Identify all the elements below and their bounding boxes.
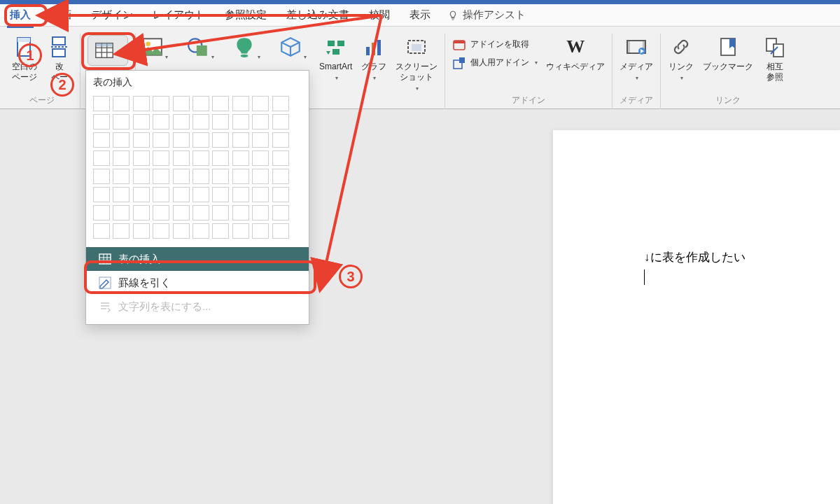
grid-cell[interactable] xyxy=(133,187,150,202)
grid-cell[interactable] xyxy=(133,150,150,166)
page-break-button[interactable]: 改 ペー xyxy=(45,34,74,83)
tell-me-assist[interactable]: 操作アシスト xyxy=(447,8,526,22)
grid-cell[interactable] xyxy=(212,132,229,148)
grid-cell[interactable] xyxy=(232,96,249,111)
grid-cell[interactable] xyxy=(153,169,169,184)
grid-cell[interactable] xyxy=(133,223,150,239)
grid-cell[interactable] xyxy=(173,114,190,130)
crossref-button[interactable]: 相互 参照 xyxy=(760,34,790,83)
grid-cell[interactable] xyxy=(272,223,289,239)
grid-cell[interactable] xyxy=(173,169,190,184)
grid-cell[interactable] xyxy=(232,187,249,202)
grid-cell[interactable] xyxy=(153,114,169,130)
wikipedia-button[interactable]: W ウィキペディア xyxy=(545,34,606,72)
grid-cell[interactable] xyxy=(252,169,269,184)
grid-cell[interactable] xyxy=(133,132,150,148)
grid-cell[interactable] xyxy=(212,205,229,220)
grid-cell[interactable] xyxy=(93,223,110,239)
grid-cell[interactable] xyxy=(173,96,190,111)
grid-cell[interactable] xyxy=(192,114,209,130)
menu-draw-table[interactable]: 罫線を引く xyxy=(93,271,302,295)
grid-cell[interactable] xyxy=(212,187,229,202)
grid-cell[interactable] xyxy=(232,114,249,130)
insert-table-button[interactable]: ▾ xyxy=(86,34,130,66)
grid-cell[interactable] xyxy=(272,187,289,202)
tab-review[interactable]: 校閲 xyxy=(366,6,393,24)
grid-cell[interactable] xyxy=(272,132,289,148)
grid-cell[interactable] xyxy=(272,169,289,184)
grid-cell[interactable] xyxy=(232,150,249,166)
grid-cell[interactable] xyxy=(133,114,150,130)
grid-cell[interactable] xyxy=(153,205,169,220)
grid-cell[interactable] xyxy=(113,150,130,166)
screenshot-button[interactable]: スクリーン ショット ▾ xyxy=(394,34,439,92)
grid-cell[interactable] xyxy=(252,205,269,220)
grid-cell[interactable] xyxy=(252,114,269,130)
grid-cell[interactable] xyxy=(272,96,289,111)
grid-cell[interactable] xyxy=(173,150,190,166)
tab-view[interactable]: 表示 xyxy=(407,6,433,24)
grid-cell[interactable] xyxy=(212,169,229,184)
grid-cell[interactable] xyxy=(173,223,190,239)
grid-cell[interactable] xyxy=(232,205,249,220)
grid-cell[interactable] xyxy=(113,205,130,220)
grid-cell[interactable] xyxy=(113,114,130,130)
grid-cell[interactable] xyxy=(153,187,169,202)
grid-cell[interactable] xyxy=(93,114,110,130)
blank-page-button[interactable]: 空白の ページ xyxy=(10,34,39,83)
grid-cell[interactable] xyxy=(133,96,150,111)
grid-cell[interactable] xyxy=(192,205,209,220)
grid-cell[interactable] xyxy=(153,96,169,111)
grid-cell[interactable] xyxy=(252,150,269,166)
grid-cell[interactable] xyxy=(133,169,150,184)
grid-cell[interactable] xyxy=(133,205,150,220)
grid-cell[interactable] xyxy=(232,169,249,184)
bookmark-button[interactable]: ブックマーク xyxy=(701,34,755,72)
grid-cell[interactable] xyxy=(272,114,289,130)
shapes-icon[interactable]: ▾ xyxy=(186,35,214,62)
grid-cell[interactable] xyxy=(93,96,110,111)
grid-cell[interactable] xyxy=(232,132,249,148)
grid-cell[interactable] xyxy=(212,96,229,111)
picture-icon[interactable]: ▾ xyxy=(140,35,168,62)
media-button[interactable]: メディア ▾ xyxy=(618,34,654,82)
get-addins-button[interactable]: アドインを取得 xyxy=(451,36,539,52)
grid-cell[interactable] xyxy=(113,96,130,111)
grid-cell[interactable] xyxy=(232,223,249,239)
table-size-grid[interactable] xyxy=(93,96,289,239)
grid-cell[interactable] xyxy=(173,187,190,202)
grid-cell[interactable] xyxy=(252,223,269,239)
grid-cell[interactable] xyxy=(93,187,110,202)
tab-insert[interactable]: 挿入 xyxy=(7,6,34,24)
grid-cell[interactable] xyxy=(153,132,169,148)
grid-cell[interactable] xyxy=(192,169,209,184)
grid-cell[interactable] xyxy=(192,223,209,239)
chart-button[interactable]: グラフ ▾ xyxy=(359,34,388,82)
grid-cell[interactable] xyxy=(113,187,130,202)
grid-cell[interactable] xyxy=(192,96,209,111)
grid-cell[interactable] xyxy=(113,223,130,239)
grid-cell[interactable] xyxy=(212,150,229,166)
grid-cell[interactable] xyxy=(93,132,110,148)
my-addins-button[interactable]: 個人用アドイン ▾ xyxy=(451,55,539,70)
grid-cell[interactable] xyxy=(252,96,269,111)
grid-cell[interactable] xyxy=(272,205,289,220)
grid-cell[interactable] xyxy=(173,205,190,220)
menu-insert-table[interactable]: 表の挿入... xyxy=(86,247,309,271)
tab-design[interactable]: デザイン xyxy=(88,6,136,24)
grid-cell[interactable] xyxy=(113,169,130,184)
link-button[interactable]: リンク ▾ xyxy=(666,34,696,82)
grid-cell[interactable] xyxy=(113,132,130,148)
grid-cell[interactable] xyxy=(93,205,110,220)
grid-cell[interactable] xyxy=(93,150,110,166)
document-page[interactable]: ↓に表を作成したい xyxy=(553,130,840,504)
grid-cell[interactable] xyxy=(192,187,209,202)
grid-cell[interactable] xyxy=(272,150,289,166)
3d-models-icon[interactable]: ▾ xyxy=(279,35,307,62)
grid-cell[interactable] xyxy=(192,150,209,166)
grid-cell[interactable] xyxy=(192,132,209,148)
grid-cell[interactable] xyxy=(252,187,269,202)
grid-cell[interactable] xyxy=(212,114,229,130)
grid-cell[interactable] xyxy=(93,169,110,184)
tab-references[interactable]: 参照設定 xyxy=(222,6,270,24)
